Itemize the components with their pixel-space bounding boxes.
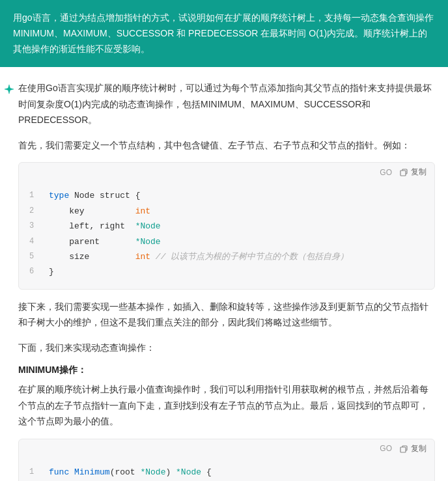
paragraph5: 在扩展的顺序统计树上执行最小值查询操作时，我们可以利用指针引用获取树的根节点，并… xyxy=(18,381,435,430)
code-lang-1: GO xyxy=(380,168,392,177)
line-number: 1 xyxy=(29,465,38,480)
copy-label-1: 复制 xyxy=(411,167,427,178)
code-body-1: 1 type Node struct { 2 key int 3 left, r… xyxy=(19,182,434,288)
intro-paragraph: 在使用Go语言实现扩展的顺序统计树时，可以通过为每个节点添加指向其父节点的指针来… xyxy=(18,80,435,128)
code-header-1: GO 复制 xyxy=(19,163,434,182)
paragraph4: 下面，我们来实现动态查询操作： xyxy=(18,340,435,356)
code-content: parent *Node xyxy=(49,234,161,249)
code-block-2: GO 复制 1 func Minimum(root *Node) *Node { xyxy=(18,439,435,481)
code-content: } xyxy=(49,264,54,279)
line-number: 4 xyxy=(29,234,38,249)
main-content: 在使用Go语言实现扩展的顺序统计树时，可以通过为每个节点添加指向其父节点的指针来… xyxy=(0,67,448,481)
code-line: 1 func Minimum(root *Node) *Node { xyxy=(29,465,424,480)
code-line: 6 } xyxy=(29,264,424,279)
code-content: key int xyxy=(49,204,150,219)
code-body-2: 1 func Minimum(root *Node) *Node { xyxy=(19,458,434,481)
banner-text: 用go语言，通过为结点增加指针的方式，试说明如何在扩展的顺序统计树上，支持每一动… xyxy=(13,12,434,54)
section-minimum-title: MINIMUM操作： xyxy=(18,364,435,376)
top-banner: 用go语言，通过为结点增加指针的方式，试说明如何在扩展的顺序统计树上，支持每一动… xyxy=(0,0,448,67)
copy-button-2[interactable]: 复制 xyxy=(400,443,427,454)
code-block-1: GO 复制 1 type Node struct { 2 xyxy=(18,162,435,289)
svg-rect-1 xyxy=(400,447,406,452)
code-content: func Minimum(root *Node) *Node { xyxy=(49,465,212,480)
code-line: 3 left, right *Node xyxy=(29,219,424,234)
code-line: 2 key int xyxy=(29,204,424,219)
copy-label-2: 复制 xyxy=(411,443,427,454)
code-content: left, right *Node xyxy=(49,219,161,234)
page-container: 用go语言，通过为结点增加指针的方式，试说明如何在扩展的顺序统计树上，支持每一动… xyxy=(0,0,448,481)
ai-icon xyxy=(3,83,16,96)
code-header-2: GO 复制 xyxy=(19,439,434,458)
code-lang-2: GO xyxy=(380,444,392,453)
paragraph3: 接下来，我们需要实现一些基本操作，如插入、删除和旋转等，这些操作涉及到更新节点的… xyxy=(18,299,435,331)
copy-button-1[interactable]: 复制 xyxy=(400,167,427,178)
code-line: 5 size int // 以该节点为根的子树中节点的个数（包括自身） xyxy=(29,249,424,264)
line-number: 3 xyxy=(29,219,38,234)
paragraph2: 首先，我们需要定义一个节点结构，其中包含键值、左子节点、右子节点和父节点的指针。… xyxy=(18,137,435,154)
svg-rect-0 xyxy=(400,171,406,176)
line-number: 6 xyxy=(29,264,38,279)
code-line: 1 type Node struct { xyxy=(29,188,424,203)
code-line: 4 parent *Node xyxy=(29,234,424,249)
line-number: 2 xyxy=(29,204,38,219)
code-content: type Node struct { xyxy=(49,188,140,203)
line-number: 1 xyxy=(29,188,38,203)
code-content: size int // 以该节点为根的子树中节点的个数（包括自身） xyxy=(49,249,348,264)
line-number: 5 xyxy=(29,249,38,264)
